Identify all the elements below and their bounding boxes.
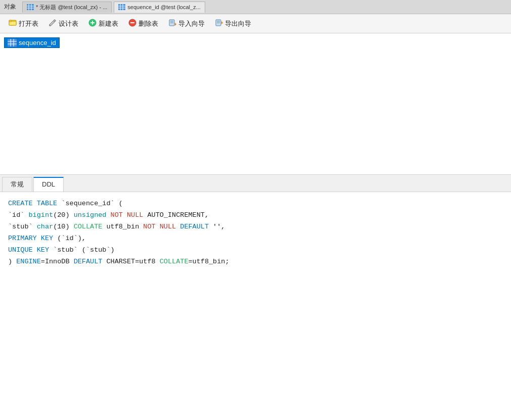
- ddl-token: COLLATE: [70, 223, 103, 230]
- design-table-icon: [49, 19, 57, 28]
- tab-untitled[interactable]: * 无标题 @test (local_zx) - ...: [22, 2, 112, 13]
- ddl-token: (`id`),: [53, 235, 86, 242]
- ddl-token: CHARSET=utf8: [102, 258, 155, 265]
- content-wrapper: sequence_id 常规 DDL CREATE TABLE `sequenc…: [0, 33, 511, 420]
- table-icon-2: [118, 4, 125, 10]
- ddl-token: `stub`: [8, 223, 33, 230]
- ddl-token: ): [8, 258, 16, 265]
- ddl-token: COLLATE: [156, 258, 189, 265]
- ddl-token: =InnoDB: [41, 258, 70, 265]
- new-table-label: 新建表: [99, 19, 118, 28]
- new-table-icon: [88, 19, 97, 28]
- ddl-token: char: [33, 223, 54, 230]
- export-icon: [215, 19, 223, 28]
- new-table-button[interactable]: 新建表: [84, 17, 123, 30]
- svg-rect-12: [9, 20, 12, 22]
- ddl-token: NOT: [106, 211, 122, 219]
- tab-sequence-label: sequence_id @test (local_z...: [127, 4, 200, 10]
- main-area: sequence_id 常规 DDL CREATE TABLE `sequenc…: [0, 33, 511, 420]
- ddl-token: NOT: [139, 223, 155, 230]
- tab-untitled-label: * 无标题 @test (local_zx) - ...: [36, 4, 107, 11]
- svg-rect-26: [8, 39, 17, 46]
- import-wizard-button[interactable]: 导入向导: [164, 17, 209, 30]
- ddl-token: DEFAULT: [70, 258, 103, 265]
- open-table-label: 打开表: [19, 19, 38, 28]
- tab-general-label: 常规: [11, 180, 24, 188]
- ddl-token: AUTO_INCREMENT,: [143, 211, 209, 219]
- sequence-id-table-icon: [8, 39, 17, 46]
- ddl-token: '',: [209, 223, 225, 230]
- ddl-line: `id` bigint(20) unsigned NOT NULL AUTO_I…: [8, 210, 503, 221]
- ddl-token: NULL: [156, 223, 176, 230]
- delete-table-label: 删除表: [138, 19, 158, 28]
- export-wizard-button[interactable]: 导出向导: [210, 17, 256, 30]
- ddl-token: NULL: [123, 211, 144, 219]
- table-icon-1: [27, 4, 34, 10]
- tab-ddl[interactable]: DDL: [33, 177, 64, 192]
- ddl-token: KEY: [37, 235, 53, 242]
- tab-ddl-label: DDL: [42, 180, 55, 188]
- right-content: sequence_id 常规 DDL CREATE TABLE `sequenc…: [0, 33, 511, 420]
- svg-marker-25: [221, 21, 223, 24]
- tab-sequence-id[interactable]: sequence_id @test (local_z...: [114, 2, 205, 13]
- ddl-line: ) ENGINE=InnoDB DEFAULT CHARSET=utf8 COL…: [8, 256, 503, 268]
- ddl-token: DEFAULT: [176, 223, 209, 230]
- ddl-token: `id`: [8, 211, 24, 219]
- ddl-token: (10): [53, 223, 69, 230]
- object-panel: sequence_id: [0, 33, 511, 175]
- ddl-panel: CREATE TABLE `sequence_id` ( `id` bigint…: [0, 192, 511, 293]
- ddl-token: TABLE: [37, 200, 58, 207]
- svg-rect-5: [118, 4, 125, 10]
- object-label: 对象: [4, 3, 16, 11]
- ddl-token: `stub` (`stub`): [49, 246, 115, 254]
- ddl-line: UNIQUE KEY `stub` (`stub`): [8, 245, 503, 256]
- delete-table-icon: [128, 19, 136, 28]
- header-row: 对象 * 无标题 @test (local_zx) - ...: [0, 0, 511, 14]
- ddl-token: unsigned: [70, 211, 107, 219]
- open-table-button[interactable]: 打开表: [4, 17, 43, 30]
- ddl-token: bigint: [24, 211, 53, 219]
- toolbar: 打开表 设计表 新建表: [0, 14, 511, 33]
- ddl-token: `sequence_id` (: [57, 200, 123, 207]
- ddl-token: CREATE: [8, 200, 33, 207]
- ddl-token: UNIQUE: [8, 246, 33, 254]
- design-table-button[interactable]: 设计表: [44, 17, 83, 30]
- import-wizard-label: 导入向导: [178, 19, 205, 28]
- export-wizard-label: 导出向导: [225, 19, 251, 28]
- page-outer: 对象 * 无标题 @test (local_zx) - ...: [0, 0, 511, 420]
- delete-table-button[interactable]: 删除表: [124, 17, 163, 30]
- ddl-line: `stub` char(10) COLLATE utf8_bin NOT NUL…: [8, 221, 503, 233]
- svg-rect-0: [27, 4, 34, 10]
- bottom-tabs: 常规 DDL: [0, 175, 511, 192]
- ddl-token: =utf8_bin;: [188, 258, 229, 265]
- sequence-id-item[interactable]: sequence_id: [4, 37, 60, 48]
- ddl-token: KEY: [33, 246, 49, 254]
- import-icon: [168, 19, 176, 28]
- ddl-token: ENGINE: [16, 258, 41, 265]
- ddl-token: utf8_bin: [102, 223, 139, 230]
- ddl-token: PRIMARY: [8, 235, 37, 242]
- svg-marker-21: [175, 23, 176, 26]
- open-table-icon: [9, 19, 17, 28]
- sequence-id-label: sequence_id: [19, 39, 56, 46]
- design-table-label: 设计表: [59, 19, 78, 28]
- ddl-line: CREATE TABLE `sequence_id` (: [8, 198, 503, 210]
- tab-general[interactable]: 常规: [2, 177, 32, 192]
- ddl-line: PRIMARY KEY (`id`),: [8, 233, 503, 245]
- ddl-token: (20): [53, 211, 69, 219]
- ddl-token: [33, 200, 37, 207]
